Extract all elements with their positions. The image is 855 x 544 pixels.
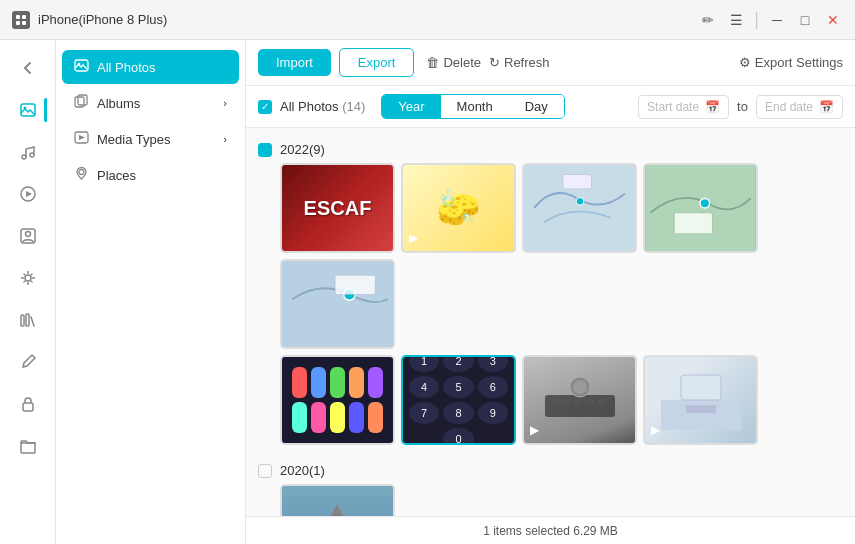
svg-point-28 (700, 198, 710, 208)
year-2022-checkbox[interactable] (258, 143, 272, 157)
menu-icon[interactable]: ☰ (726, 10, 746, 30)
edit-nav-icon[interactable] (10, 344, 46, 380)
main-layout: All Photos Albums › Media Types › Places (0, 40, 855, 544)
all-photos-filter-label: All Photos (14) (280, 99, 365, 114)
svg-rect-0 (16, 15, 20, 19)
photo-thumb[interactable] (643, 163, 758, 253)
window-controls: ✏ ☰ | ─ □ ✕ (698, 9, 843, 30)
photo-thumb[interactable]: ▶ (522, 355, 637, 445)
photo-thumb[interactable]: 1 2 3 4 5 6 7 8 9 0 (401, 355, 516, 445)
brush-icon[interactable]: ✏ (698, 10, 718, 30)
refresh-button[interactable]: ↻ Refresh (489, 55, 550, 70)
sidebar-media-types-label: Media Types (97, 132, 170, 147)
year-header-2020: 2020(1) (258, 457, 843, 484)
back-nav-icon[interactable] (10, 50, 46, 86)
svg-point-25 (576, 197, 584, 205)
photos-nav-icon[interactable] (10, 92, 46, 128)
sidebar-places-label: Places (97, 168, 136, 183)
video-indicator: ▶ (409, 231, 418, 245)
svg-rect-26 (646, 165, 756, 251)
sidebar-item-all-photos[interactable]: All Photos (62, 50, 239, 84)
minimize-icon[interactable]: ─ (767, 10, 787, 30)
svg-point-12 (25, 275, 31, 281)
sidebar-albums-label: Albums (97, 96, 140, 111)
delete-button[interactable]: 🗑 Delete (426, 55, 481, 70)
import-button[interactable]: Import (258, 49, 331, 76)
calendar-end-icon: 📅 (819, 100, 834, 114)
music-nav-icon[interactable] (10, 134, 46, 170)
sidebar-item-places[interactable]: Places (62, 158, 239, 192)
folder-nav-icon[interactable] (10, 428, 46, 464)
trash-icon: 🗑 (426, 55, 439, 70)
svg-rect-14 (26, 314, 29, 326)
year-2022-label: 2022(9) (280, 142, 325, 157)
photo-thumb[interactable]: 🧽 ▶ (401, 163, 516, 253)
titlebar: iPhone(iPhone 8 Plus) ✏ ☰ | ─ □ ✕ (0, 0, 855, 40)
svg-rect-40 (661, 400, 741, 430)
svg-point-22 (79, 170, 84, 175)
svg-marker-21 (79, 135, 85, 140)
toolbar: Import Export 🗑 Delete ↻ Refresh ⚙ Expor… (246, 40, 855, 86)
svg-point-11 (25, 232, 30, 237)
year-header-2022: 2022(9) (258, 136, 843, 163)
filter-bar: All Photos (14) Year Month Day Start dat… (246, 86, 855, 128)
calendar-start-icon: 📅 (705, 100, 720, 114)
plugin-nav-icon[interactable] (10, 260, 46, 296)
all-photos-checkbox[interactable] (258, 100, 272, 114)
sidebar-icons (0, 40, 56, 544)
albums-chevron-icon: › (223, 97, 227, 109)
places-icon (74, 166, 89, 184)
security-nav-icon[interactable] (10, 386, 46, 422)
svg-rect-3 (22, 21, 26, 25)
svg-marker-9 (26, 191, 32, 197)
end-date-placeholder: End date (765, 100, 813, 114)
settings-icon: ⚙ (739, 55, 751, 70)
svg-rect-1 (22, 15, 26, 19)
svg-rect-27 (674, 213, 712, 234)
photo-grid-2022: ESCAF 🧽 ▶ (280, 163, 843, 349)
svg-rect-35 (574, 399, 582, 404)
start-date-input[interactable]: Start date 📅 (638, 95, 729, 119)
close-icon[interactable]: ✕ (823, 10, 843, 30)
year-section-2022: 2022(9) ESCAF 🧽 ▶ (258, 136, 843, 445)
export-settings-button[interactable]: ⚙ Export Settings (739, 55, 843, 70)
sidebar-item-media-types[interactable]: Media Types › (62, 122, 239, 156)
svg-rect-2 (16, 21, 20, 25)
tab-month[interactable]: Month (441, 95, 509, 118)
maximize-icon[interactable]: □ (795, 10, 815, 30)
date-tab-group: Year Month Day (381, 94, 565, 119)
content-area: Import Export 🗑 Delete ↻ Refresh ⚙ Expor… (246, 40, 855, 544)
svg-rect-32 (545, 395, 615, 417)
svg-rect-33 (550, 399, 558, 404)
video-indicator: ▶ (530, 423, 539, 437)
date-range: Start date 📅 to End date 📅 (638, 95, 843, 119)
svg-rect-37 (598, 399, 606, 404)
media-types-icon (74, 130, 89, 148)
photo-thumb[interactable]: ESCAF (280, 163, 395, 253)
photo-thumb[interactable] (280, 259, 395, 349)
divider: | (754, 9, 759, 30)
video-nav-icon[interactable] (10, 176, 46, 212)
contact-nav-icon[interactable] (10, 218, 46, 254)
sidebar-item-albums[interactable]: Albums › (62, 86, 239, 120)
photo-thumb[interactable] (522, 163, 637, 253)
photo-thumb[interactable] (280, 484, 395, 516)
photo-thumb[interactable]: ▶ (643, 355, 758, 445)
photo-thumb[interactable] (280, 355, 395, 445)
svg-rect-42 (686, 405, 716, 413)
library-nav-icon[interactable] (10, 302, 46, 338)
export-button[interactable]: Export (339, 48, 415, 77)
svg-rect-15 (23, 403, 33, 411)
svg-rect-31 (335, 275, 375, 294)
svg-rect-41 (681, 375, 721, 400)
end-date-input[interactable]: End date 📅 (756, 95, 843, 119)
video-indicator: ▶ (651, 423, 660, 437)
photo-grid-2020 (280, 484, 843, 516)
titlebar-left: iPhone(iPhone 8 Plus) (12, 11, 167, 29)
tab-day[interactable]: Day (509, 95, 564, 118)
svg-point-39 (573, 380, 587, 394)
app-icon (12, 11, 30, 29)
year-2020-checkbox[interactable] (258, 464, 272, 478)
tab-year[interactable]: Year (382, 95, 440, 118)
refresh-icon: ↻ (489, 55, 500, 70)
